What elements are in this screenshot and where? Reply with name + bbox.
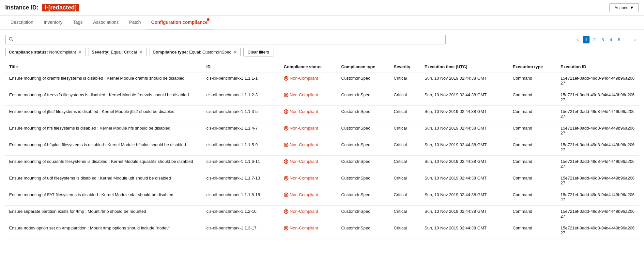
tabs-bar: Description Inventory Tags Associations … xyxy=(0,16,644,30)
cell-execution-type: Command xyxy=(509,189,557,206)
cell-execution-time: Sun, 10 Nov 2019 02:44:38 GMT xyxy=(421,89,509,106)
filter-compliance-type-remove[interactable]: ✕ xyxy=(233,50,237,55)
non-compliant-label: Non-Compliant xyxy=(290,226,318,230)
pagination-next-button[interactable]: > xyxy=(631,36,639,44)
table-row: Ensure mounting of squashfs filesystems … xyxy=(5,156,639,172)
cell-compliance-type: Custom:InSpec xyxy=(337,89,390,106)
pagination-page-5[interactable]: 5 xyxy=(616,36,622,43)
non-compliant-icon: ⊗ xyxy=(284,226,288,230)
search-box[interactable] xyxy=(5,35,446,44)
cell-execution-type: Command xyxy=(509,222,557,239)
table-row: Ensure nodev option set on /tmp partitio… xyxy=(5,222,639,239)
cell-severity: Critical xyxy=(390,89,421,106)
table-header: Title ID Compliance status Compliance ty… xyxy=(5,62,639,72)
table-row: Ensure mounting of udf filesystems is di… xyxy=(5,172,639,189)
cell-execution-time: Sun, 10 Nov 2019 02:44:38 GMT xyxy=(421,139,509,156)
pagination-prev-button[interactable]: < xyxy=(574,36,581,44)
non-compliant-icon: ⊗ xyxy=(284,209,288,214)
main-content: < 1 2 3 4 5 ... > Compliance status: Non… xyxy=(0,30,644,244)
non-compliant-label: Non-Compliant xyxy=(290,192,318,197)
cell-execution-id: 15e721ef-0add-49d8-94d4-f49b96a20627 xyxy=(557,206,639,222)
table-body: Ensure mounting of cramfs filesystems is… xyxy=(5,72,639,239)
cell-compliance-status: ⊗ Non-Compliant xyxy=(280,206,337,222)
non-compliant-icon: ⊗ xyxy=(284,176,288,180)
cell-id: cis-dil-benchmark-1.1.1.4-7 xyxy=(202,122,280,139)
search-input[interactable] xyxy=(15,37,442,42)
non-compliant-label: Non-Compliant xyxy=(290,142,318,147)
cell-compliance-status: ⊗ Non-Compliant xyxy=(280,122,337,139)
cell-compliance-type: Custom:InSpec xyxy=(337,106,390,122)
pagination-page-4[interactable]: 4 xyxy=(607,36,614,43)
filter-compliance-status-remove[interactable]: ✕ xyxy=(78,50,82,55)
pagination: < 1 2 3 4 5 ... > xyxy=(574,36,639,44)
filters-row: Compliance status: NonCompliant ✕ Severi… xyxy=(5,48,639,56)
non-compliant-label: Non-Compliant xyxy=(290,76,318,81)
cell-execution-time: Sun, 10 Nov 2019 02:44:38 GMT xyxy=(421,122,509,139)
non-compliant-label: Non-Compliant xyxy=(290,159,318,164)
table-row: Ensure separate partition exists for /tm… xyxy=(5,206,639,222)
non-compliant-label: Non-Compliant xyxy=(290,109,318,114)
search-icon xyxy=(9,37,13,42)
tab-tags[interactable]: Tags xyxy=(68,16,88,29)
col-compliance-status: Compliance status xyxy=(280,62,337,72)
cell-title: Ensure mounting of jffs2 filesystems is … xyxy=(5,106,202,122)
cell-execution-id: 15e721ef-0add-49d8-94d4-f49b96a20627 xyxy=(557,72,639,89)
non-compliant-icon: ⊗ xyxy=(284,76,288,81)
col-severity: Severity xyxy=(390,62,421,72)
cell-execution-time: Sun, 10 Nov 2019 02:44:38 GMT xyxy=(421,172,509,189)
pagination-ellipsis: ... xyxy=(624,37,630,42)
cell-execution-time: Sun, 10 Nov 2019 02:44:38 GMT xyxy=(421,189,509,206)
tab-notification-dot xyxy=(207,18,209,21)
filter-severity-label: Severity: Equal: Critical xyxy=(92,50,137,55)
cell-compliance-status: ⊗ Non-Compliant xyxy=(280,89,337,106)
cell-execution-id: 15e721ef-0add-49d8-94d4-f49b96a20627 xyxy=(557,139,639,156)
svg-line-1 xyxy=(12,40,13,41)
pagination-page-3[interactable]: 3 xyxy=(599,36,606,43)
filter-severity-remove[interactable]: ✕ xyxy=(139,50,143,55)
filter-compliance-status: Compliance status: NonCompliant ✕ xyxy=(5,48,85,56)
pagination-page-2[interactable]: 2 xyxy=(591,36,598,43)
cell-compliance-type: Custom:InSpec xyxy=(337,156,390,172)
clear-filters-button[interactable]: Clear filters xyxy=(243,48,273,56)
cell-execution-type: Command xyxy=(509,172,557,189)
cell-compliance-type: Custom:InSpec xyxy=(337,139,390,156)
cell-id: cis-dil-benchmark-1.1.1.1-1 xyxy=(202,72,280,89)
actions-button[interactable]: Actions ▼ xyxy=(609,3,639,12)
table-row: Ensure mounting of jffs2 filesystems is … xyxy=(5,106,639,122)
cell-severity: Critical xyxy=(390,206,421,222)
cell-execution-time: Sun, 10 Nov 2019 02:44:38 GMT xyxy=(421,222,509,239)
tab-associations[interactable]: Associations xyxy=(88,16,124,29)
table-row: Ensure mounting of FAT filesystems is di… xyxy=(5,189,639,206)
cell-severity: Critical xyxy=(390,189,421,206)
instance-header: Instance ID: i-[redacted] Actions ▼ xyxy=(0,0,644,16)
col-execution-time: Execution time (UTC) xyxy=(421,62,509,72)
cell-compliance-type: Custom:InSpec xyxy=(337,72,390,89)
cell-compliance-type: Custom:InSpec xyxy=(337,189,390,206)
cell-execution-id: 15e721ef-0add-49d8-94d4-f49b96a20627 xyxy=(557,89,639,106)
col-execution-id: Execution ID xyxy=(557,62,639,72)
cell-execution-type: Command xyxy=(509,89,557,106)
cell-compliance-type: Custom:InSpec xyxy=(337,222,390,239)
cell-execution-id: 15e721ef-0add-49d8-94d4-f49b96a20627 xyxy=(557,156,639,172)
cell-execution-id: 15e721ef-0add-49d8-94d4-f49b96a20627 xyxy=(557,106,639,122)
non-compliant-icon: ⊗ xyxy=(284,93,288,97)
tab-configuration-compliance[interactable]: Configuration compliance xyxy=(146,16,213,29)
cell-execution-time: Sun, 10 Nov 2019 02:44:38 GMT xyxy=(421,106,509,122)
instance-label: Instance ID: xyxy=(5,4,40,11)
col-execution-type: Execution type xyxy=(509,62,557,72)
tab-description[interactable]: Description xyxy=(5,16,38,29)
cell-id: cis-dil-benchmark-1.1.1.8-15 xyxy=(202,189,280,206)
non-compliant-label: Non-Compliant xyxy=(290,209,318,214)
tab-patch[interactable]: Patch xyxy=(124,16,146,29)
cell-severity: Critical xyxy=(390,106,421,122)
cell-id: cis-dil-benchmark-1.1.1.6-11 xyxy=(202,156,280,172)
cell-execution-type: Command xyxy=(509,156,557,172)
cell-execution-id: 15e721ef-0add-49d8-94d4-f49b96a20627 xyxy=(557,189,639,206)
cell-severity: Critical xyxy=(390,122,421,139)
cell-id: cis-dil-benchmark-1.1.1.2-3 xyxy=(202,89,280,106)
tab-inventory[interactable]: Inventory xyxy=(38,16,68,29)
pagination-page-1[interactable]: 1 xyxy=(583,36,590,43)
cell-execution-id: 15e721ef-0add-49d8-94d4-f49b96a20627 xyxy=(557,172,639,189)
non-compliant-icon: ⊗ xyxy=(284,159,288,164)
search-pagination-row: < 1 2 3 4 5 ... > xyxy=(5,35,639,44)
